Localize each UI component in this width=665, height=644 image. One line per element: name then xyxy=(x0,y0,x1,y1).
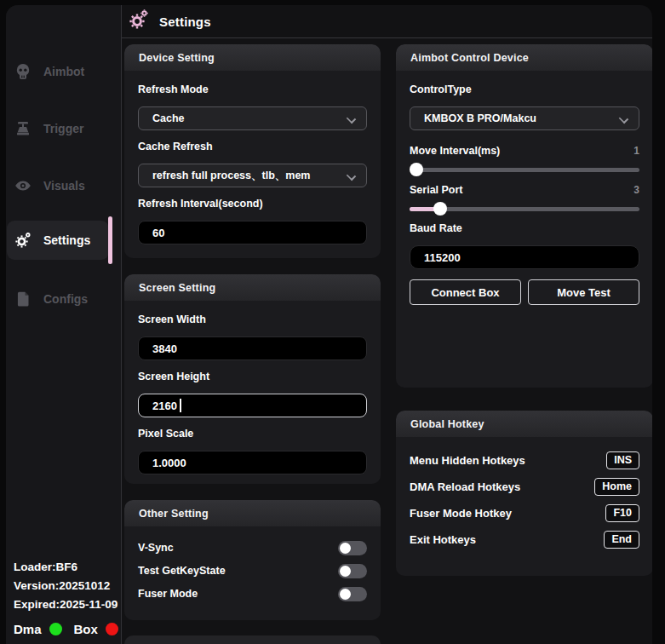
sidebar-item-label: Configs xyxy=(43,292,88,306)
fuser-mode-label: Fuser Mode xyxy=(138,588,338,600)
settings-gear-icon xyxy=(129,9,149,33)
sidebar-item-label: Aimbot xyxy=(43,65,84,78)
device-status-row: Dma Box xyxy=(14,622,122,636)
version-info: Version:20251012 xyxy=(14,577,122,595)
panel-title: Device Setting xyxy=(139,52,215,64)
eye-icon xyxy=(14,177,32,194)
status-block: Loader:BF6 Version:20251012 Expired:2025… xyxy=(14,558,122,644)
sidebar: Aimbot Trigger Visuals xyxy=(6,5,122,644)
sidebar-item-trigger[interactable]: Trigger xyxy=(7,109,109,148)
text-caret xyxy=(180,399,181,412)
slider-knob[interactable] xyxy=(410,163,423,176)
page-title: Settings xyxy=(159,14,211,29)
gear-icon xyxy=(14,232,32,249)
dma-reload-hotkey-keycap[interactable]: Home xyxy=(594,478,639,496)
menu-hidden-hotkey-label: Menu Hidden Hotkeys xyxy=(410,454,606,467)
test-getkeystate-row: Test GetKeyState xyxy=(138,562,367,579)
refresh-mode-value: Cache xyxy=(152,112,185,124)
serial-port-value: 3 xyxy=(633,184,639,196)
device-setting-panel: Device Setting Refresh Mode Cache Cache … xyxy=(124,44,381,258)
dma-reload-hotkey-row: DMA Reload Hotkeys Home xyxy=(410,477,639,496)
global-hotkey-header: Global Hotkey xyxy=(396,411,652,437)
refresh-interval-label: Refresh Interval(second) xyxy=(138,198,367,211)
baud-rate-input[interactable] xyxy=(410,245,639,269)
dma-status-dot xyxy=(49,623,62,635)
vsync-toggle[interactable] xyxy=(338,541,367,555)
pixel-scale-input[interactable] xyxy=(138,451,367,474)
baud-rate-label: Baud Rate xyxy=(410,222,639,236)
refresh-interval-input[interactable] xyxy=(138,221,367,244)
panel-title: Other Setting xyxy=(139,508,209,520)
screen-height-label: Screen Height xyxy=(138,371,367,384)
screen-width-label: Screen Width xyxy=(138,313,367,327)
sidebar-item-settings[interactable]: Settings xyxy=(7,221,109,260)
device-setting-header: Device Setting xyxy=(124,44,381,71)
loader-info: Loader:BF6 xyxy=(14,558,122,577)
cache-refresh-select[interactable]: refresh full process、tlb、mem xyxy=(138,164,367,187)
chevron-down-icon xyxy=(347,115,354,122)
sidebar-item-aimbot[interactable]: Aimbot xyxy=(7,52,109,91)
control-type-select[interactable]: KMBOX B PRO/Makcu xyxy=(410,106,639,130)
sidebar-item-configs[interactable]: Configs xyxy=(7,279,109,319)
refresh-mode-select[interactable]: Cache xyxy=(138,106,367,130)
exit-hotkey-keycap[interactable]: End xyxy=(604,531,639,549)
move-test-button[interactable]: Move Test xyxy=(528,279,639,305)
file-icon xyxy=(14,290,32,308)
global-hotkey-panel: Global Hotkey Menu Hidden Hotkeys INS DM… xyxy=(396,411,652,576)
sidebar-item-visuals[interactable]: Visuals xyxy=(7,166,109,205)
sidebar-item-label: Settings xyxy=(43,233,90,247)
cache-refresh-value: refresh full process、tlb、mem xyxy=(152,169,310,183)
other-setting-header: Other Setting xyxy=(124,500,381,526)
sidebar-item-label: Visuals xyxy=(43,179,85,193)
serial-port-row: Serial Port 3 xyxy=(410,183,639,197)
fuser-mode-toggle[interactable] xyxy=(338,587,367,601)
screen-setting-header: Screen Setting xyxy=(124,274,381,301)
screen-width-input[interactable] xyxy=(138,336,367,360)
chevron-down-icon xyxy=(620,115,627,122)
sidebar-item-label: Trigger xyxy=(43,122,83,135)
cache-refresh-label: Cache Refresh xyxy=(138,141,367,154)
connect-box-button[interactable]: Connect Box xyxy=(410,279,521,305)
expired-info: Expired:2025-11-09 xyxy=(14,595,122,614)
move-interval-slider[interactable] xyxy=(410,163,639,176)
skull-icon xyxy=(14,63,32,80)
page-header: Settings xyxy=(122,5,652,38)
panel-title: Aimbot Control Device xyxy=(410,52,529,64)
vsync-row: V-Sync xyxy=(138,539,367,556)
screen-setting-panel: Screen Setting Screen Width Screen Heigh… xyxy=(124,274,381,484)
move-interval-label: Move Interval(ms) xyxy=(410,145,633,157)
panel-title: Screen Setting xyxy=(139,282,215,294)
fuser-mode-row: Fuser Mode xyxy=(138,585,367,602)
aimbot-control-device-panel: Aimbot Control Device ControlType KMBOX … xyxy=(396,44,652,388)
detonator-icon xyxy=(14,120,32,137)
serial-port-slider[interactable] xyxy=(410,202,639,216)
slider-knob[interactable] xyxy=(433,202,447,216)
aimbot-control-device-header: Aimbot Control Device xyxy=(396,44,652,71)
test-getkeystate-toggle[interactable] xyxy=(338,564,367,578)
active-accent-bar xyxy=(108,216,112,264)
next-panel-partial xyxy=(124,635,381,644)
dma-status-label: Dma xyxy=(14,622,42,636)
other-setting-panel: Other Setting V-Sync Test GetKeyState Fu… xyxy=(124,500,381,620)
pixel-scale-label: Pixel Scale xyxy=(138,428,367,441)
fuser-mode-hotkey-label: Fuser Mode Hotkey xyxy=(410,507,605,520)
control-type-label: ControlType xyxy=(410,83,639,97)
menu-hidden-hotkey-row: Menu Hidden Hotkeys INS xyxy=(410,451,639,469)
move-interval-value: 1 xyxy=(633,145,639,157)
chevron-down-icon xyxy=(347,172,354,179)
dma-reload-hotkey-label: DMA Reload Hotkeys xyxy=(410,480,594,493)
panel-title: Global Hotkey xyxy=(410,418,484,430)
fuser-mode-hotkey-keycap[interactable]: F10 xyxy=(605,504,639,522)
vsync-label: V-Sync xyxy=(138,542,338,554)
app-window: Settings Aimbot xyxy=(6,5,652,644)
box-status-dot xyxy=(106,623,118,635)
exit-hotkey-label: Exit Hotkeys xyxy=(410,533,604,546)
exit-hotkey-row: Exit Hotkeys End xyxy=(410,530,639,549)
screen-height-input[interactable] xyxy=(138,394,367,417)
move-interval-row: Move Interval(ms) 1 xyxy=(410,144,639,158)
test-getkeystate-label: Test GetKeyState xyxy=(138,565,338,577)
serial-port-label: Serial Port xyxy=(410,184,633,196)
menu-hidden-hotkey-keycap[interactable]: INS xyxy=(606,451,639,469)
box-status-label: Box xyxy=(74,622,98,636)
fuser-mode-hotkey-row: Fuser Mode Hotkey F10 xyxy=(410,503,639,522)
